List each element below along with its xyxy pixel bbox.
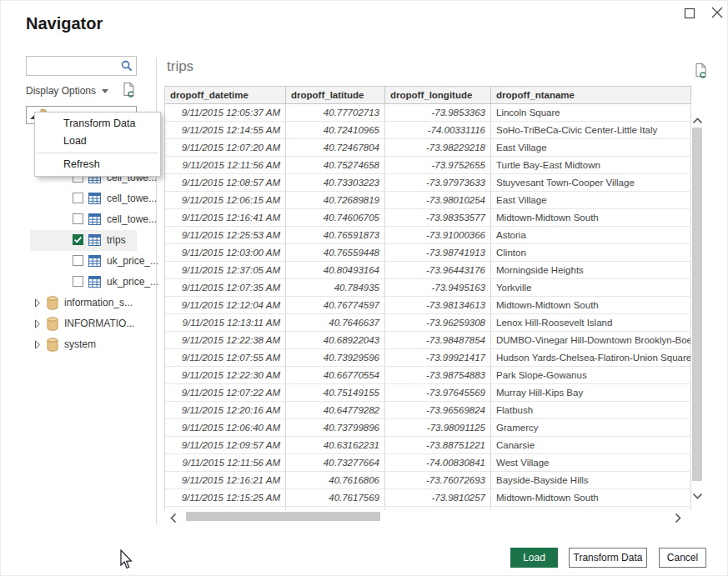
scroll-right-icon[interactable] (675, 512, 681, 527)
table-cell: Hudson Yards-Chelsea-Flatiron-Union Squa… (491, 349, 691, 366)
database-icon (47, 296, 58, 310)
table-row: 9/11/2015 12:07:22 AM40.75149155-73.9764… (165, 384, 691, 402)
table-cell: 40.73929596 (286, 349, 385, 366)
column-header-dropoff_ntaname: dropoff_ntaname (491, 87, 691, 103)
table-cell: Flatbush (491, 402, 691, 418)
table-cell: 40.64779282 (286, 402, 385, 418)
menu-item-refresh[interactable]: Refresh (35, 156, 160, 173)
checkbox-unchecked[interactable] (73, 213, 83, 224)
table-cell: Lenox Hill-Roosevelt Island (491, 314, 691, 331)
table-cell: East Village (491, 192, 691, 208)
table-cell: 40.76591873 (286, 227, 385, 243)
table-cell: 40.784935 (286, 279, 385, 296)
table-cell: 40.72467804 (286, 139, 385, 156)
table-row: 9/11/2015 12:05:37 AM40.77702713-73.9853… (165, 104, 691, 122)
table-row: 9/11/2015 12:06:40 AM40.73799896-73.9809… (165, 419, 691, 437)
search-icon[interactable] (118, 60, 136, 72)
table-cell: 9/11/2015 12:06:15 AM (165, 192, 286, 208)
refresh-preview-button[interactable] (694, 63, 709, 83)
tree-item-trips[interactable]: trips (30, 230, 137, 251)
scroll-down-icon[interactable] (692, 488, 703, 503)
horizontal-scrollbar[interactable] (164, 510, 690, 523)
display-options-label: Display Options (26, 85, 96, 97)
table-row: 9/11/2015 12:06:15 AM40.72689819-73.9801… (165, 192, 691, 209)
table-row: 9/11/2015 12:09:57 AM40.63162231-73.8875… (165, 437, 691, 454)
table-cell: Murray Hill-Kips Bay (491, 384, 691, 401)
table-cell: 9/11/2015 12:09:57 AM (165, 437, 286, 453)
table-cell: -73.9853363 (385, 104, 491, 121)
table-cell: Lincoln Square (491, 104, 691, 121)
table-row: 9/11/2015 12:22:30 AM40.66770554-73.9875… (165, 367, 691, 384)
checkbox-unchecked[interactable] (73, 255, 83, 266)
table-cell: 40.7617569 (286, 489, 385, 506)
table-cell: 40.76774597 (286, 297, 385, 313)
table-cell: -74.00830841 (385, 454, 491, 471)
table-row: 9/11/2015 12:07:55 AM40.73929596-73.9992… (165, 349, 691, 367)
table-cell: Gramercy (491, 419, 691, 436)
table-cell: -73.98010254 (385, 192, 491, 208)
document-refresh-icon (694, 63, 709, 80)
table-row: 9/11/2015 12:07:35 AM40.784935-73.949516… (165, 279, 691, 297)
tree-item-uk-price[interactable]: uk_price_... (30, 272, 137, 293)
menu-item-transform-data[interactable]: Transform Data (35, 115, 160, 133)
table-cell: 9/11/2015 12:07:22 AM (165, 384, 286, 401)
table-cell: 9/11/2015 12:22:38 AM (165, 332, 286, 348)
table-icon (88, 276, 101, 288)
table-cell: Canarsie (491, 437, 691, 453)
table-cell: 40.75149155 (286, 384, 385, 401)
tree-item-cell-towe[interactable]: cell_towe... (30, 188, 137, 209)
table-cell: Midtown-Midtown South (491, 209, 691, 226)
table-cell: 9/11/2015 12:07:55 AM (165, 349, 286, 366)
vertical-scrollbar[interactable] (690, 104, 705, 505)
search-input[interactable] (27, 60, 118, 72)
table-cell: -73.96259308 (385, 314, 491, 331)
table-cell: 9/11/2015 12:14:55 AM (165, 122, 286, 138)
checkbox-checked[interactable] (73, 234, 83, 245)
table-row: 9/11/2015 12:16:21 AM40.7616806-73.76072… (165, 472, 691, 489)
cancel-button[interactable]: Cancel (659, 548, 706, 568)
tree-item-label: uk_price_... (107, 276, 158, 288)
table-cell: -74.00331116 (385, 122, 491, 138)
table-cell: 9/11/2015 12:12:04 AM (165, 297, 286, 313)
checkbox-unchecked[interactable] (73, 276, 83, 287)
scroll-left-icon[interactable] (170, 512, 177, 527)
table-row: 9/11/2015 12:14:55 AM40.72410965-74.0033… (165, 122, 691, 139)
display-options-dropdown[interactable]: Display Options (26, 83, 108, 98)
tree-item-cell-towe[interactable]: cell_towe... (30, 209, 137, 230)
table-row: 9/11/2015 12:08:57 AM40.73303223-73.9797… (165, 174, 691, 192)
tree-item-informatio[interactable]: INFORMATIO... (30, 313, 137, 334)
table-cell: East Village (491, 139, 691, 156)
table-cell: 40.80493164 (286, 262, 385, 278)
context-menu: Transform DataLoadRefresh (34, 112, 161, 177)
database-icon (47, 338, 58, 352)
load-button[interactable]: Load (510, 548, 558, 568)
tree-item-uk-price[interactable]: uk_price_... (30, 251, 137, 272)
table-cell: Clinton (491, 244, 691, 261)
table-cell: Midtown-Midtown South (491, 489, 691, 506)
expand-arrow-icon (34, 319, 41, 328)
table-cell: 9/11/2015 12:07:35 AM (165, 279, 286, 296)
table-cell: 40.72410965 (286, 122, 385, 138)
maximize-button[interactable] (682, 6, 697, 21)
checkbox-unchecked[interactable] (73, 193, 83, 203)
table-header-row: dropoff_datetimedropoff_latitudedropoff_… (165, 86, 691, 104)
vertical-scroll-thumb[interactable] (692, 128, 702, 481)
refresh-schema-button[interactable] (122, 82, 137, 99)
maximize-icon (684, 8, 695, 19)
transform-data-button[interactable]: Transform Data (569, 548, 647, 568)
tree-item-system[interactable]: system (30, 334, 137, 355)
table-cell: 40.73303223 (286, 174, 385, 191)
tree-item-label: cell_towe... (107, 193, 157, 204)
table-cell: SoHo-TriBeCa-Civic Center-Little Italy (491, 122, 691, 138)
scroll-up-icon[interactable] (692, 113, 703, 128)
horizontal-scroll-thumb[interactable] (186, 512, 380, 521)
table-cell: Turtle Bay-East Midtown (491, 157, 691, 173)
table-cell: -73.9495163 (385, 279, 491, 296)
table-icon (88, 213, 101, 225)
close-button[interactable] (710, 5, 725, 20)
search-box (26, 56, 137, 76)
table-cell: 40.75274658 (286, 157, 385, 173)
tree-item-information-s[interactable]: information_s... (30, 293, 137, 313)
table-cell: -73.91000366 (385, 227, 491, 243)
menu-item-load[interactable]: Load (35, 133, 160, 150)
